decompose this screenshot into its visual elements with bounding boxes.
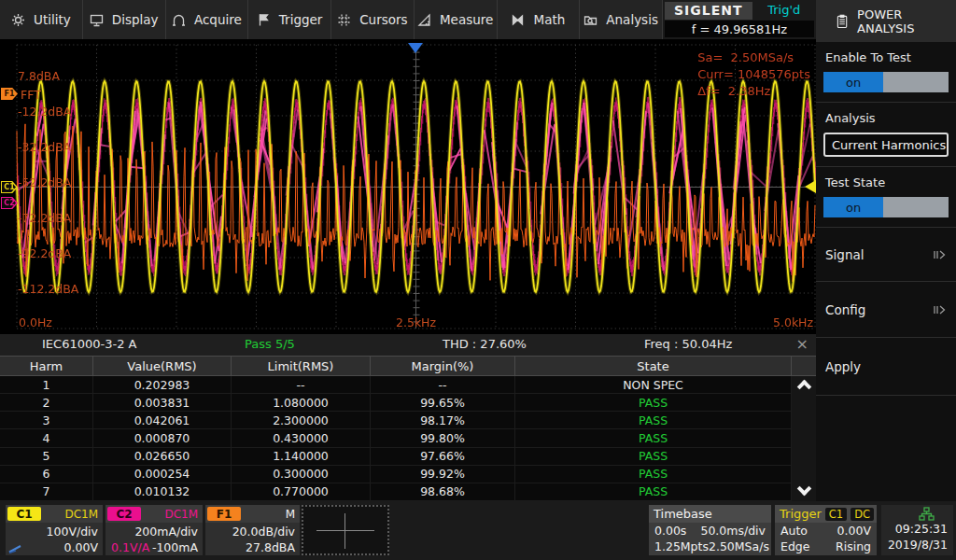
timebase-points: 1.25Mpts	[654, 539, 709, 554]
brand-status-block: SIGLENT Trig'd f = 49.96581Hz	[663, 0, 816, 39]
plus-icon	[316, 530, 374, 531]
fft-scale-label: -12.2dBA	[18, 105, 71, 119]
status-bar: C1 DC1M 100V/div 0.00V C2 DC1M 200mA/div…	[0, 501, 956, 560]
c1-coupling: DC1M	[64, 508, 98, 521]
enable-to-test-toggle[interactable]: on	[823, 72, 949, 92]
add-channel-placeholder[interactable]	[302, 505, 389, 555]
scroll-down-icon[interactable]	[796, 482, 811, 497]
math-f1-descriptor[interactable]: F1 M 20.0dB/div 27.8dBA	[205, 505, 300, 555]
margin-cell: 99.65%	[371, 394, 515, 411]
analysis-type-dropdown[interactable]: Current Harmonics	[823, 133, 949, 157]
state-cell: PASS	[515, 448, 792, 465]
state-cell: PASS	[515, 429, 792, 446]
toggle-off-state	[883, 72, 949, 92]
menu-label: Math	[533, 12, 565, 27]
menu-math[interactable]: Math	[498, 0, 581, 39]
state-cell: NON SPEC	[515, 376, 792, 393]
timebase-delay: 0.00s	[654, 523, 686, 539]
network-icon	[919, 507, 935, 521]
limit-cell: 0.430000	[232, 429, 371, 446]
menu-cursors[interactable]: Cursors	[331, 0, 415, 39]
bowtie-icon	[511, 13, 525, 27]
table-scrollbar[interactable]	[792, 376, 816, 501]
monitor-icon	[90, 13, 104, 27]
freq-axis-mid: 2.5kHz	[396, 315, 436, 329]
ruler-icon	[417, 13, 431, 27]
c1-chip: C1	[7, 507, 41, 521]
trigger-level: 0.00V	[837, 523, 871, 539]
scroll-up-icon[interactable]	[796, 380, 811, 395]
power-analysis-panel: POWER ANALYSIS Enable To Test on Analysi…	[816, 0, 956, 501]
standard-name: IEC61000-3-2 A	[42, 337, 136, 351]
harm-cell: 6	[0, 466, 93, 483]
value-cell: 0.010132	[93, 483, 232, 500]
margin-cell: 98.17%	[371, 412, 515, 428]
margin-cell: 99.80%	[371, 429, 515, 446]
channel2-descriptor[interactable]: C2 DC1M 200mA/div 0.1V/A -100mA	[105, 505, 203, 555]
trigger-position-marker[interactable]	[408, 43, 423, 53]
menu-label: Display	[112, 12, 159, 27]
value-cell: 0.003831	[93, 394, 232, 411]
limit-cell: 0.300000	[232, 466, 371, 483]
f1-offset: 27.8dBA	[205, 539, 295, 555]
thd-readout: THD : 27.60%	[443, 337, 527, 351]
menu-acquire[interactable]: Acquire	[166, 0, 249, 39]
menu-display[interactable]: Display	[83, 0, 166, 39]
timebase-rate: 2.50MSa/s	[709, 539, 769, 554]
signal-label: Signal	[825, 247, 864, 262]
trigger-title: Trigger	[780, 507, 822, 521]
table-header-row: Harm Value(RMS) Limit(RMS) Margin(%) Sta…	[0, 356, 816, 376]
test-state-toggle[interactable]: on	[823, 197, 949, 217]
toggle-on-state: on	[823, 197, 883, 217]
limit-cell: 2.300000	[232, 412, 371, 428]
harm-cell: 7	[0, 483, 93, 500]
value-cell: 0.026650	[93, 448, 232, 465]
timebase-descriptor[interactable]: Timebase 0.00s50.0ms/div 1.25Mpts2.50MSa…	[649, 505, 771, 555]
clock-time: 09:25:31	[895, 521, 948, 537]
oscilloscope-screen: Utility Display Acquire Trigger Cursors …	[0, 0, 956, 560]
value-cell: 0.202983	[93, 376, 232, 393]
col-header-state: State	[515, 357, 792, 375]
timebase-title: Timebase	[654, 507, 712, 521]
harm-cell: 2	[0, 394, 93, 411]
state-cell: PASS	[515, 483, 792, 500]
table-row: 60.0002540.30000099.92%PASS	[0, 466, 792, 483]
trigger-level-marker[interactable]	[805, 180, 816, 193]
limit-cell: 1.140000	[232, 448, 371, 465]
signal-menu-item[interactable]: Signal	[816, 228, 956, 282]
apply-button[interactable]: Apply	[816, 338, 956, 396]
trigger-descriptor[interactable]: Trigger C1 DC Auto0.00V EdgeRising	[775, 505, 877, 555]
table-row: 30.0420612.30000098.17%PASS	[0, 412, 792, 429]
harm-cell: 4	[0, 429, 93, 446]
channel1-descriptor[interactable]: C1 DC1M 100V/div 0.00V	[6, 505, 103, 555]
f1-scale: 20.0dB/div	[205, 524, 295, 539]
state-cell: PASS	[515, 394, 792, 411]
col-header-harm: Harm	[0, 357, 93, 375]
clock-date: 2019/8/31	[888, 537, 948, 553]
table-row: 50.0266501.14000097.66%PASS	[0, 448, 792, 466]
limit-cell: 0.770000	[232, 483, 371, 500]
menu-utility[interactable]: Utility	[0, 0, 83, 39]
col-header-value: Value(RMS)	[93, 357, 232, 375]
gear-icon	[11, 13, 25, 27]
menu-measure[interactable]: Measure	[415, 0, 498, 39]
table-row: 10.202983----NON SPEC	[0, 376, 792, 394]
fft-scale-label: -112.2dBA	[18, 282, 78, 296]
col-header-limit: Limit(RMS)	[232, 357, 371, 375]
fft-scale-label: -32.2dBA	[18, 140, 71, 154]
skew-icon	[8, 543, 25, 553]
top-menu-bar: Utility Display Acquire Trigger Cursors …	[0, 0, 816, 39]
menu-analysis[interactable]: Analysis	[580, 0, 663, 39]
timebase-scale: 50.0ms/div	[700, 523, 766, 539]
menu-label: Acquire	[194, 12, 242, 27]
menu-trigger[interactable]: Trigger	[248, 0, 331, 39]
toggle-on-state: on	[823, 72, 883, 92]
fft-trace-label: FFT	[21, 88, 41, 102]
crosshatch-icon	[337, 13, 351, 27]
freq-axis-start: 0.0Hz	[19, 315, 52, 329]
waveform-canvas	[0, 39, 816, 334]
config-menu-item[interactable]: Config	[816, 282, 956, 338]
menu-label: Analysis	[606, 12, 658, 27]
limit-cell: --	[232, 376, 371, 393]
close-icon[interactable]: ×	[796, 337, 808, 352]
